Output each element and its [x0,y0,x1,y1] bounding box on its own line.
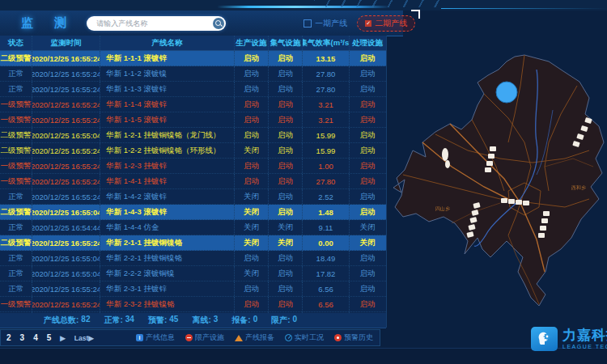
table-header: 状态监测时间产线名称生产设施集气设施集气效率(m³/s)处理设施 [0,36,386,51]
legend-item-no-circle[interactable]: 限产设施 [185,332,224,343]
map-marker[interactable] [496,82,517,103]
search-icon[interactable] [213,18,224,29]
table-row[interactable]: 二级预警2020/12/25 16:55:24华新 2-1-1 挂镀铜镍铬关闭关… [0,235,386,251]
cell-eff: 17.82 [303,266,350,281]
phase1-checkbox-option[interactable]: 一期产线 [304,18,347,29]
slanted-decoration [314,0,448,7]
search-input[interactable] [95,17,213,30]
cell-gas: 启动 [269,112,303,127]
cell-status: 一级预警 [0,159,32,173]
cell-status: 正常 [0,266,32,281]
cell-prod: 启动 [235,97,269,112]
table-row[interactable]: 正常2020/12/25 16:54:44华新 1-4-4 仿金关闭关闭9.11… [0,220,386,235]
cell-treat: 启动 [350,251,385,265]
district-map[interactable]: 西和乡四山乡 [387,37,607,327]
page-number-button[interactable]: 5 [47,333,52,342]
cell-gas: 关闭 [269,235,303,250]
cell-eff: 27.80 [303,82,350,96]
legend-item-info-square[interactable]: 产线信息 [136,332,175,343]
table-row[interactable]: 正常2020/12/25 16:55:24华新 1-1-2 滚镀镍启动启动27.… [0,66,386,82]
table-row[interactable]: 一级预警2020/12/25 16:55:24华新 1-1-5 滚镀锌启动启动3… [0,112,386,128]
cell-time: 2020/12/25 16:55:24 [32,189,100,204]
triangle-icon [235,335,243,341]
table-row[interactable]: 一级预警2020/12/25 16:55:24华新 2-3-2 挂镀镍铬启动启动… [0,297,386,312]
checkbox-unchecked-icon[interactable] [304,19,312,28]
page-number-button[interactable]: 2 [6,333,11,342]
map-town-label: 西和乡 [571,184,586,191]
alert-dot-icon [334,334,342,341]
table-row[interactable]: 正常2020/12/25 16:55:04华新 2-2-1 挂镀铜镍铬启动启动1… [0,251,386,266]
cell-prod: 启动 [235,297,269,311]
cell-treat: 启动 [350,112,385,127]
cell-time: 2020/12/25 16:55:24 [32,51,100,66]
table-row[interactable]: 二级预警2020/12/25 16:55:24华新 1-1-1 滚镀锌启动启动1… [0,51,386,66]
cell-prod: 关闭 [235,220,269,235]
summary-item: 报备:0 [231,315,257,326]
logo-cn-text: 力嘉科技 [562,328,607,342]
summary-item: 限产:0 [271,315,297,326]
cell-name: 华新 1-2-1 挂镀铜镍铬（龙门线） [100,128,235,142]
cell-prod: 启动 [235,112,269,127]
cell-status: 二级预警 [0,235,32,250]
cell-time: 2020/12/25 16:55:24 [32,112,100,127]
cell-status: 正常 [0,82,32,96]
cell-time: 2020/12/25 16:55:24 [32,143,100,158]
cell-treat: 启动 [350,128,385,142]
cell-treat: 启动 [350,281,385,296]
table-row[interactable]: 正常2020/12/25 16:55:24华新 2-3-1 挂镀锌启动启动6.5… [0,281,386,297]
cell-status: 一级预警 [0,174,32,188]
cell-status: 二级预警 [0,128,32,142]
monitoring-dashboard: 监 测 一期产线 ✓ 二期产线 状态监测时间产线名称生产设施集气设施集气效率(m… [0,0,607,364]
page-title: 监 测 [21,15,75,31]
cell-time: 2020/12/25 16:55:24 [32,97,100,112]
cell-time: 2020/12/25 16:55:24 [32,159,100,173]
cell-eff: 15.99 [303,143,350,158]
legend-item-gauge[interactable]: 实时工况 [285,332,324,343]
table-row[interactable]: 二级预警2020/12/25 16:55:24华新 1-2-2 挂镀铜镍铬（环形… [0,143,386,159]
column-header: 集气效率(m³/s) [303,36,350,50]
cell-status: 一级预警 [0,112,32,127]
cell-time: 2020/12/25 16:55:04 [32,205,100,219]
cell-gas: 启动 [269,174,303,188]
table-row[interactable]: 正常2020/12/25 16:55:04华新 2-2-2 滚镀铜镍关闭启动17… [0,266,386,281]
table-row[interactable]: 二级预警2020/12/25 16:55:04华新 1-2-1 挂镀铜镍铬（龙门… [0,128,386,143]
summary-value: 0 [293,315,298,326]
map-canvas[interactable]: 西和乡四山乡 [387,37,607,327]
cell-treat: 启动 [350,297,385,311]
summary-label: 预警: [148,315,167,326]
cell-prod: 启动 [235,51,269,66]
phase1-label: 一期产线 [315,18,347,29]
table-row[interactable]: 一级预警2020/12/25 16:55:24华新 1-1-4 滚镀锌启动启动3… [0,97,386,112]
table-row[interactable]: 一级预警2020/12/25 16:55:24华新 1-2-3 挂镀锌启动启动1… [0,159,386,174]
table-row[interactable]: 一级预警2020/12/25 16:55:24华新 1-4-1 挂镀锌启动启动2… [0,174,386,189]
cell-time: 2020/12/25 16:54:44 [32,220,100,235]
cell-time: 2020/12/25 16:55:04 [32,266,100,281]
summary-item: 离线:3 [192,315,218,326]
cell-treat: 关闭 [350,235,385,250]
summary-value: 34 [125,315,134,326]
summary-label: 报备: [231,315,250,326]
cell-prod: 关闭 [235,266,269,281]
cell-gas: 启动 [269,281,303,296]
legend-label: 预警历史 [344,332,373,343]
legend-item-triangle[interactable]: 产线报备 [235,332,274,343]
cell-eff: 3.21 [303,112,350,127]
checkbox-checked-icon[interactable]: ✓ [365,20,371,27]
page-number-button[interactable]: 3 [20,333,25,342]
table-row[interactable]: 正常2020/12/25 16:55:24华新 1-4-2 滚镀锌关闭启动2.5… [0,189,386,205]
map-town-label: 四山乡 [435,206,450,212]
cell-time: 2020/12/25 16:55:04 [32,128,100,142]
page-next-button[interactable]: ▶ [60,334,66,342]
top-decoration [0,0,607,11]
phase2-checkbox-option[interactable]: ✓ 二期产线 [357,15,415,32]
table-row[interactable]: 正常2020/12/25 16:55:24华新 1-1-3 滚镀锌启动启动27.… [0,82,386,97]
cell-eff: 6.56 [303,281,350,296]
legend-item-alert-dot[interactable]: 预警历史 [334,332,373,343]
summary-value: 82 [81,315,90,326]
cell-time: 2020/12/25 16:55:24 [32,66,100,81]
table-row[interactable]: 二级预警2020/12/25 16:55:04华新 1-4-3 滚镀锌关闭启动1… [0,205,386,220]
cell-name: 华新 2-1-1 挂镀铜镍铬 [100,235,235,250]
page-last-button[interactable]: Last▶ [74,334,94,342]
page-number-button[interactable]: 4 [33,333,38,342]
summary-value: 0 [253,315,258,326]
